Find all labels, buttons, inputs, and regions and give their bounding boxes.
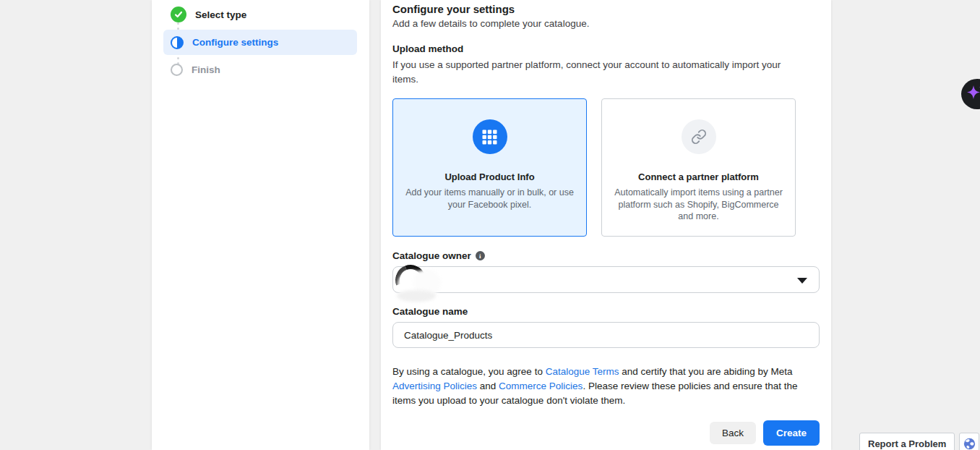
configure-settings-panel: Configure your settings Add a few detail… — [381, 0, 831, 450]
back-button[interactable]: Back — [710, 422, 756, 444]
upload-method-label: Upload method — [392, 43, 463, 54]
page-title: Configure your settings — [392, 3, 515, 15]
stepper-item-finish: Finish — [163, 61, 357, 78]
check-circle-icon — [171, 7, 186, 22]
redacted-owner-avatar — [394, 263, 446, 305]
upload-product-info-description: Add your items manually or in bulk, or u… — [402, 187, 577, 211]
empty-circle-icon — [171, 64, 183, 76]
legal-segment: By using a catalogue, you agree to — [392, 366, 546, 377]
catalogue-owner-label-row: Catalogue owner i — [392, 250, 485, 261]
globe-icon — [963, 438, 976, 450]
stepper-label-finish: Finish — [192, 64, 220, 75]
page-subtitle: Add a few details to complete your catal… — [392, 18, 589, 29]
catalogue-name-label: Catalogue name — [392, 306, 468, 317]
grid-icon — [473, 119, 507, 154]
upload-method-options: Upload Product Info Add your items manua… — [392, 98, 796, 237]
stepper-label-select-type: Select type — [195, 9, 246, 20]
create-button[interactable]: Create — [763, 420, 820, 446]
catalogue-owner-dropdown[interactable] — [392, 266, 820, 293]
legal-segment: and certify that you are abiding by Meta — [619, 366, 792, 377]
advertising-policies-link[interactable]: Advertising Policies — [392, 381, 477, 391]
stepper-label-configure-settings: Configure settings — [192, 37, 278, 48]
stepper-item-configure-settings[interactable]: Configure settings — [163, 30, 357, 55]
catalogue-wizard-page: { "theme": { "accent_blue": "#1877f2", "… — [0, 0, 980, 450]
catalogue-owner-label: Catalogue owner — [392, 250, 471, 261]
caret-down-icon — [797, 278, 807, 284]
corner-controls: Report a Problem — [859, 433, 979, 450]
upload-product-info-title: Upload Product Info — [393, 171, 586, 182]
connect-partner-platform-card[interactable]: Connect a partner platform Automatically… — [601, 98, 796, 237]
link-icon — [682, 119, 716, 154]
connect-partner-platform-description: Automatically import items using a partn… — [611, 187, 786, 223]
upload-method-description: If you use a supported partner platform,… — [392, 58, 783, 87]
upload-product-info-card[interactable]: Upload Product Info Add your items manua… — [392, 98, 587, 237]
wizard-stepper-sidebar: Select type Configure settings Finish — [152, 0, 369, 450]
catalogue-terms-link[interactable]: Catalogue Terms — [546, 366, 619, 377]
connect-partner-platform-title: Connect a partner platform — [602, 171, 795, 182]
stepper-item-select-type[interactable]: Select type — [163, 6, 357, 23]
info-icon[interactable]: i — [476, 251, 485, 260]
half-filled-circle-icon — [171, 36, 184, 49]
commerce-policies-link[interactable]: Commerce Policies — [499, 381, 583, 391]
legal-segment: and — [477, 381, 499, 391]
catalogue-name-input[interactable] — [392, 322, 820, 348]
report-a-problem-button[interactable]: Report a Problem — [859, 433, 955, 450]
language-button[interactable] — [959, 433, 979, 450]
meta-ai-button[interactable] — [961, 79, 980, 109]
footer-actions: Back Create — [392, 420, 820, 446]
legal-text: By using a catalogue, you agree to Catal… — [392, 365, 814, 408]
sparkle-icon — [965, 82, 980, 106]
